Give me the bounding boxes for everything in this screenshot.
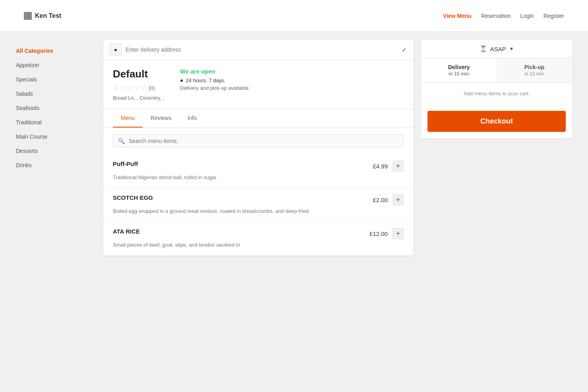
- sidebar-item-traditional[interactable]: Traditional: [16, 115, 95, 129]
- cart-empty-message: Add menu items to your cart.: [421, 83, 572, 104]
- hours-text: 24 hours, 7 days.: [186, 77, 226, 83]
- menu-item-name: SCOTCH EGG: [113, 194, 153, 201]
- main-layout: All Categories Appetizer Specials Salads…: [0, 32, 588, 392]
- delivery-tab-sub: in 15 min: [427, 71, 491, 77]
- clock-icon: ●: [180, 77, 183, 83]
- restaurant-name: Default: [113, 68, 164, 80]
- delivery-tab-title: Delivery: [427, 64, 491, 70]
- nav-reservation[interactable]: Reservation: [481, 13, 511, 19]
- add-item-button[interactable]: +: [393, 194, 404, 205]
- sidebar-item-drinks[interactable]: Drinks: [16, 158, 95, 172]
- logo[interactable]: Ken Test: [24, 12, 61, 20]
- tab-reviews[interactable]: Reviews: [143, 109, 180, 127]
- hours-row: ● 24 hours, 7 days.: [180, 77, 404, 83]
- stars-row: ☆ ☆ ☆ ☆ ☆ (0): [113, 84, 164, 92]
- address-bar: ● ✓: [103, 40, 413, 60]
- search-input[interactable]: [129, 138, 398, 144]
- clock-icon: ⏳: [480, 45, 487, 52]
- open-status: We are open: [180, 68, 404, 75]
- menu-item-desc: Boiled egg wrapped in a ground meat mixt…: [113, 208, 404, 215]
- cart-box: ⏳ ASAP ▼ Delivery in 15 min Pick-up in 1…: [421, 40, 572, 138]
- star-1: ☆: [113, 84, 118, 92]
- menu-item-price: £2.00: [373, 197, 388, 203]
- nav-view-menu[interactable]: View Menu: [443, 13, 472, 19]
- header: Ken Test View Menu Reservation Login Reg…: [0, 0, 588, 32]
- menu-item-ata-rice: ATA RICE £12.00 + Small pieces of beef, …: [103, 222, 413, 255]
- restaurant-right: We are open ● 24 hours, 7 days. Delivery…: [180, 68, 404, 101]
- add-item-button[interactable]: +: [393, 228, 404, 239]
- sidebar-item-seafoods[interactable]: Seafoods: [16, 101, 95, 115]
- restaurant-address: Broad Ln, , Coventry, ,: [113, 95, 164, 101]
- asap-row[interactable]: ⏳ ASAP ▼: [421, 40, 572, 58]
- sidebar-item-salads[interactable]: Salads: [16, 87, 95, 101]
- nav-login[interactable]: Login: [520, 13, 534, 19]
- sidebar-item-main-course[interactable]: Main Course: [16, 129, 95, 144]
- search-bar: 🔍: [113, 134, 404, 148]
- header-nav: View Menu Reservation Login Register: [443, 13, 564, 19]
- menu-item-scotch-egg: SCOTCH EGG £2.00 + Boiled egg wrapped in…: [103, 188, 413, 222]
- pickup-tab-sub: in 15 min: [502, 71, 567, 77]
- restaurant-left: Default ☆ ☆ ☆ ☆ ☆ (0) Broad Ln, , Covent…: [113, 68, 164, 101]
- asap-label: ASAP: [490, 46, 506, 52]
- search-icon: 🔍: [118, 138, 125, 144]
- sidebar-item-specials[interactable]: Specials: [16, 72, 95, 87]
- dropdown-arrow-icon: ▼: [509, 46, 514, 52]
- location-pin-icon: ●: [110, 44, 122, 56]
- right-panel: ⏳ ASAP ▼ Delivery in 15 min Pick-up in 1…: [421, 40, 572, 384]
- delivery-note: Delivery and pick-up available: [180, 85, 404, 91]
- pickup-tab[interactable]: Pick-up in 15 min: [497, 58, 572, 82]
- star-4: ☆: [134, 84, 140, 92]
- logo-icon: [24, 12, 32, 20]
- sidebar-all-categories[interactable]: All Categories: [16, 44, 95, 58]
- menu-item-puff-puff: Puff-Puff £4.99 + Traditional Nigerian d…: [103, 154, 413, 188]
- address-input[interactable]: [126, 46, 398, 53]
- menu-item-desc: Traditional Nigerian donut ball, rolled …: [113, 174, 404, 181]
- star-2: ☆: [120, 84, 126, 92]
- restaurant-tabs: Menu Reviews Info: [103, 109, 413, 128]
- menu-item-desc: Small pieces of beef, goat, stipe, and t…: [113, 241, 404, 249]
- check-icon: ✓: [402, 46, 407, 54]
- sidebar: All Categories Appetizer Specials Salads…: [16, 40, 95, 384]
- star-3: ☆: [127, 84, 133, 92]
- content-area: ● ✓ Default ☆ ☆ ☆ ☆ ☆ (0) Broad Ln, ,: [103, 40, 413, 384]
- logo-text: Ken Test: [35, 12, 61, 19]
- checkout-button[interactable]: Checkout: [427, 111, 566, 132]
- tab-menu[interactable]: Menu: [113, 109, 143, 127]
- nav-register[interactable]: Register: [544, 13, 564, 19]
- menu-item-price: £12.00: [369, 230, 388, 237]
- sidebar-item-desserts[interactable]: Desserts: [16, 144, 95, 158]
- sidebar-item-appetizer[interactable]: Appetizer: [16, 58, 95, 72]
- pickup-tab-title: Pick-up: [502, 64, 567, 70]
- star-5: ☆: [141, 84, 147, 92]
- delivery-tabs: Delivery in 15 min Pick-up in 15 min: [421, 58, 572, 83]
- delivery-tab[interactable]: Delivery in 15 min: [421, 58, 497, 82]
- tab-info[interactable]: Info: [180, 109, 205, 127]
- add-item-button[interactable]: +: [393, 160, 404, 172]
- menu-item-name: Puff-Puff: [113, 160, 138, 167]
- restaurant-card: ● ✓ Default ☆ ☆ ☆ ☆ ☆ (0) Broad Ln, ,: [103, 40, 413, 256]
- review-count: (0): [149, 85, 155, 91]
- menu-item-name: ATA RICE: [113, 228, 140, 235]
- menu-item-price: £4.99: [373, 163, 388, 170]
- restaurant-info: Default ☆ ☆ ☆ ☆ ☆ (0) Broad Ln, , Covent…: [103, 60, 413, 109]
